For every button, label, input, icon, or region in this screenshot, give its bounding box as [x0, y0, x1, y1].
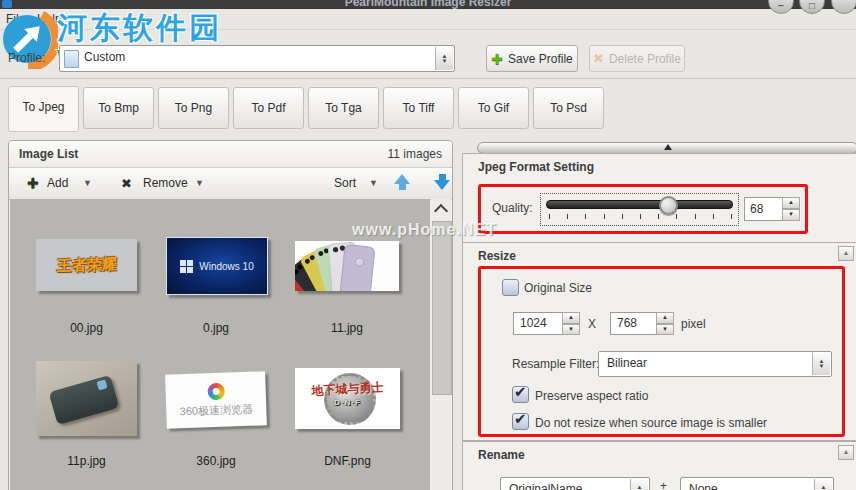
collapse-up-icon	[664, 144, 672, 150]
windows-logo-icon	[180, 260, 193, 273]
plus-icon: ✚	[491, 51, 503, 67]
resample-dropdown-spinner[interactable]: ▲▼	[812, 353, 830, 375]
tab-to-jpeg[interactable]: To Jpeg	[8, 86, 79, 132]
image-count: 11 images	[388, 147, 442, 161]
save-profile-label: Save Profile	[508, 52, 573, 66]
resize-collapse-button[interactable]: ▲	[838, 246, 854, 261]
image-list-toolbar: ✚ Add ▼ ✖ Remove ▼ Sort ▼	[9, 168, 452, 200]
move-up-button[interactable]	[394, 174, 410, 190]
resample-filter-dropdown[interactable]: Bilinear ▲▼	[598, 351, 832, 377]
thumbnail-dnfpng-sub: D·N·F	[295, 398, 400, 407]
thumbnail-filename: 0.jpg	[166, 321, 266, 335]
profile-label: Profile:	[8, 51, 45, 65]
scroll-up-icon[interactable]	[434, 204, 448, 218]
profile-value: Custom	[84, 50, 125, 64]
add-dropdown-caret[interactable]: ▼	[83, 178, 92, 188]
no-resize-checkbox[interactable]: ✔	[512, 413, 529, 430]
rename-title: Rename	[478, 448, 525, 462]
rename-left-spinner[interactable]: ▲▼	[630, 479, 648, 490]
tab-to-tga[interactable]: To Tga	[308, 87, 379, 129]
quality-slider-thumb[interactable]	[659, 196, 678, 215]
tab-to-pdf[interactable]: To Pdf	[233, 87, 304, 129]
app-window: PearlMountain Image Resizer − □ File Hel…	[0, 0, 856, 490]
rename-right-dropdown[interactable]: None ▲▼	[680, 477, 834, 490]
width-input[interactable]: 1024	[513, 312, 569, 335]
image-list-panel: Image List 11 images ✚ Add ▼ ✖ Remove ▼ …	[8, 140, 453, 490]
thumbnail-filename: DNF.png	[295, 454, 400, 468]
thumbnail-11jpg[interactable]	[295, 241, 399, 291]
remove-button[interactable]: Remove	[143, 176, 188, 190]
pinwheel-icon	[207, 382, 225, 400]
original-size-label: Original Size	[524, 281, 592, 295]
thumbnail-360jpg-caption: 360极速浏览器	[179, 401, 253, 419]
quality-slider[interactable]	[540, 193, 739, 226]
tab-to-bmp[interactable]: To Bmp	[83, 87, 154, 129]
remove-icon: ✖	[121, 176, 132, 191]
rename-collapse-button[interactable]: ▲	[838, 445, 854, 460]
checkmark-icon: ✔	[514, 383, 527, 401]
thumbnail-filename: 11p.jpg	[36, 454, 137, 468]
thumbnail-11pjpg[interactable]	[36, 361, 137, 436]
tab-to-psd[interactable]: To Psd	[533, 87, 604, 129]
quality-slider-track[interactable]	[546, 200, 733, 209]
save-profile-button[interactable]: ✚ Save Profile	[486, 45, 578, 72]
quality-slider-ticks	[549, 214, 732, 219]
phone-shape	[49, 375, 120, 425]
original-size-checkbox[interactable]	[502, 279, 519, 296]
jpeg-setting-title: Jpeg Format Setting	[478, 160, 594, 174]
thumbnail-dnfpng[interactable]: 地下城与勇士 D·N·F	[295, 368, 400, 429]
close-button[interactable]	[831, 0, 856, 14]
thumbnail-0jpg-caption: Windows 10	[199, 261, 253, 272]
thumbnail-grid: 王者荣耀 Windows 10 00.jpg 0.jpg 11.jpg	[10, 199, 430, 490]
profile-combo-spinner[interactable]: ▲▼	[435, 47, 453, 70]
thumbnail-filename: 360.jpg	[166, 454, 266, 468]
delete-profile-label: Delete Profile	[609, 52, 681, 66]
preserve-aspect-label: Preserve aspect ratio	[535, 389, 648, 403]
profile-doc-icon	[64, 50, 79, 68]
thumbnail-360jpg[interactable]: 360极速浏览器	[165, 371, 267, 428]
thumbnail-00jpg-caption: 王者荣耀	[56, 254, 117, 275]
dimension-x-label: X	[588, 317, 596, 331]
tab-to-png[interactable]: To Png	[158, 87, 229, 129]
rename-right-value: None	[689, 482, 718, 490]
thumbnail-filename: 11.jpg	[295, 321, 399, 335]
rename-plus-label: +	[660, 479, 667, 490]
no-resize-label: Do not resize when source image is small…	[535, 416, 767, 430]
width-spinner[interactable]: ▲▼	[562, 312, 580, 335]
rename-right-spinner[interactable]: ▲▼	[814, 479, 832, 490]
add-button[interactable]: Add	[47, 176, 68, 190]
quality-spinner[interactable]: ▲▼	[782, 197, 800, 221]
rename-left-value: OriginalName	[509, 482, 582, 490]
section-divider	[0, 78, 856, 79]
add-icon: ✚	[27, 175, 39, 191]
profile-combobox[interactable]: Custom ▲▼	[59, 45, 455, 72]
tab-to-tiff[interactable]: To Tiff	[383, 87, 454, 129]
pixel-label: pixel	[681, 317, 706, 331]
sort-button[interactable]: Sort	[334, 176, 356, 190]
resample-filter-label: Resample Filter:	[512, 357, 599, 371]
image-list-header: Image List 11 images	[9, 141, 452, 168]
x-icon: ✖	[593, 51, 604, 66]
move-down-button[interactable]	[434, 174, 450, 190]
scrollbar-thumb[interactable]	[432, 221, 452, 395]
delete-profile-button: ✖ Delete Profile	[589, 45, 685, 72]
resample-filter-value: Bilinear	[607, 356, 647, 370]
preserve-aspect-checkbox[interactable]: ✔	[512, 386, 529, 403]
minimize-button[interactable]: −	[768, 0, 794, 14]
checkmark-icon: ✔	[514, 410, 527, 428]
thumbnail-00jpg[interactable]: 王者荣耀	[36, 239, 137, 291]
quality-label: Quality:	[492, 201, 533, 215]
image-list-title: Image List	[19, 147, 78, 161]
tab-to-gif[interactable]: To Gif	[458, 87, 529, 129]
watermark-center-text: www.pHome.NET	[352, 221, 497, 239]
maximize-button[interactable]: □	[799, 0, 825, 14]
list-scrollbar[interactable]	[431, 199, 451, 490]
remove-dropdown-caret[interactable]: ▼	[195, 178, 204, 188]
sort-dropdown-caret[interactable]: ▼	[369, 178, 378, 188]
resize-title: Resize	[478, 249, 516, 263]
thumbnail-filename: 00.jpg	[36, 321, 137, 335]
height-spinner[interactable]: ▲▼	[656, 312, 674, 335]
thumbnail-0jpg[interactable]: Windows 10	[166, 237, 268, 295]
rename-left-dropdown[interactable]: OriginalName ▲▼	[500, 477, 650, 490]
